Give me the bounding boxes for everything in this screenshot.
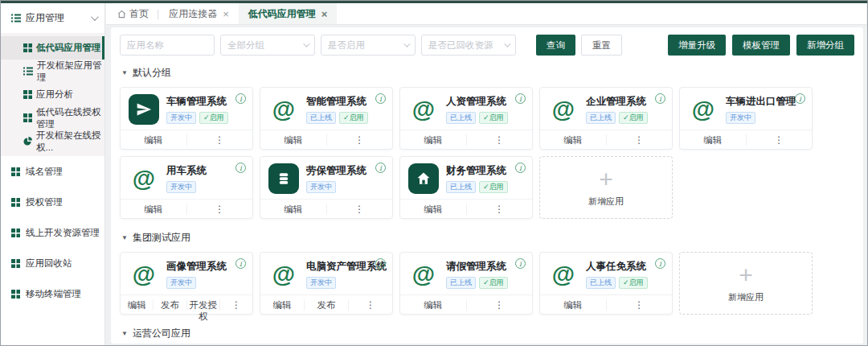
sidebar-item-app-analysis[interactable]: 应用分析 <box>1 83 104 106</box>
app-name: 电脑资产管理系统 <box>306 260 384 274</box>
at-logo-icon: @ <box>129 259 159 290</box>
recycled-select[interactable]: 是否已回收资源 <box>421 35 516 56</box>
dev-authorize-button[interactable]: 开发授权 <box>186 299 219 311</box>
more-actions-button[interactable]: ⋮ <box>746 134 813 146</box>
edit-button[interactable]: 编辑 <box>121 299 153 311</box>
enabled-tag: ✓启用 <box>619 112 648 124</box>
app-name: 劳保管理系统 <box>306 164 366 178</box>
search-button[interactable]: 查询 <box>536 35 575 56</box>
info-icon[interactable]: i <box>515 163 526 173</box>
info-icon[interactable]: i <box>235 93 246 104</box>
info-icon[interactable]: i <box>375 258 386 269</box>
app-card: @ 请假管理系统 已上线✓启用 i 编辑 ⋮ <box>399 252 533 315</box>
info-icon[interactable]: i <box>655 93 665 104</box>
info-icon[interactable]: i <box>375 93 386 104</box>
info-icon[interactable]: i <box>235 258 246 269</box>
filter-bar: 全部分组 是否启用 是否已回收资源 查询 重置 增量升级 模板管理 新增分组 <box>120 35 854 56</box>
edit-button[interactable]: 编辑 <box>260 204 326 215</box>
group-select[interactable]: 全部分组 <box>220 35 315 56</box>
at-logo-icon: @ <box>268 94 299 125</box>
template-management-button[interactable]: 模板管理 <box>732 35 790 56</box>
tab-label: 应用连接器 <box>169 7 217 21</box>
close-icon[interactable]: × <box>321 9 328 19</box>
group-default: ▼ 默认分组 车辆管理系统 开发中✓启用 i 编辑 ⋮ <box>120 66 854 219</box>
add-group-button[interactable]: 新增分组 <box>796 35 854 56</box>
sidebar-item-label: 域名管理 <box>26 166 63 178</box>
app-card: 车辆管理系统 开发中✓启用 i 编辑 ⋮ <box>120 87 253 150</box>
group-header[interactable]: ▼ 集团测试应用 <box>121 231 854 245</box>
grid-icon <box>11 229 20 237</box>
more-actions-button[interactable]: ⋮ <box>466 204 533 215</box>
publish-button[interactable]: 发布 <box>304 299 348 311</box>
tab-home[interactable]: 首页 <box>106 3 157 24</box>
group-header[interactable]: ▼ 运营公司应用 <box>121 327 854 340</box>
app-name: 人资管理系统 <box>446 95 508 109</box>
incremental-upgrade-button[interactable]: 增量升级 <box>668 35 726 56</box>
app-card: @ 画像管理系统 开发中 i 编辑 发布 开发授权 ⋮ <box>120 252 253 315</box>
edit-button[interactable]: 编辑 <box>260 134 326 146</box>
more-actions-button[interactable]: ⋮ <box>186 204 253 215</box>
app-card: @ 人资管理系统 已上线✓启用 i 编辑 ⋮ <box>399 87 533 150</box>
edit-button[interactable]: 编辑 <box>400 204 466 215</box>
tab-app-connector[interactable]: 应用连接器 × <box>159 3 239 24</box>
more-actions-button[interactable]: ⋮ <box>186 134 253 146</box>
sidebar-item-framework-online-license[interactable]: 开发框架在线授权... <box>1 130 104 153</box>
more-actions-button[interactable]: ⋮ <box>326 134 393 146</box>
sidebar-item-app-recycle-bin[interactable]: 应用回收站 <box>1 248 104 278</box>
info-icon[interactable]: i <box>655 258 665 269</box>
sidebar-item-label: 低代码在线授权管理 <box>36 106 104 130</box>
sidebar-item-label: 开发框架应用管理 <box>37 60 104 84</box>
add-app-label: 新增应用 <box>588 196 624 208</box>
sidebar-item-online-dev-resources[interactable]: 线上开发资源管理 <box>1 217 104 248</box>
sidebar-item-license-management[interactable]: 授权管理 <box>1 187 104 217</box>
edit-button[interactable]: 编辑 <box>260 299 304 311</box>
info-icon[interactable]: i <box>235 163 246 173</box>
edit-button[interactable]: 编辑 <box>400 134 466 146</box>
more-actions-button[interactable]: ⋮ <box>466 134 533 146</box>
more-actions-button[interactable]: ⋮ <box>326 204 393 215</box>
app-window: 应用管理 低代码应用管理 开发框架应用管理 应用分析 低代码在线授权管理 <box>0 0 868 346</box>
tab-label: 低代码应用管理 <box>248 7 316 21</box>
sidebar-item-domain-management[interactable]: 域名管理 <box>1 156 104 187</box>
edit-button[interactable]: 编辑 <box>400 299 466 311</box>
sidebar-item-lowcode-online-license[interactable]: 低代码在线授权管理 <box>1 106 104 130</box>
app-name: 财务管理系统 <box>446 164 508 178</box>
grid-icon <box>11 290 20 299</box>
enabled-select[interactable]: 是否启用 <box>321 35 416 56</box>
reset-button[interactable]: 重置 <box>581 35 622 56</box>
info-icon[interactable]: i <box>795 93 805 104</box>
sidebar-item-framework-app-management[interactable]: 开发框架应用管理 <box>1 60 104 83</box>
sidebar-item-lowcode-app-management[interactable]: 低代码应用管理 <box>1 36 104 60</box>
chevron-down-icon <box>303 40 309 47</box>
add-app-card[interactable]: + 新增应用 <box>539 156 673 219</box>
more-actions-button[interactable]: ⋮ <box>606 134 673 146</box>
edit-button[interactable]: 编辑 <box>540 134 606 146</box>
sidebar-item-app-management[interactable]: 应用管理 <box>1 3 104 33</box>
edit-button[interactable]: 编辑 <box>121 134 186 146</box>
sidebar-item-label: 应用分析 <box>36 89 73 101</box>
info-icon[interactable]: i <box>375 163 386 173</box>
enabled-tag: ✓启用 <box>199 112 228 124</box>
sidebar-item-label: 线上开发资源管理 <box>26 227 100 239</box>
sidebar-item-mobile-terminal[interactable]: 移动终端管理 <box>1 278 104 309</box>
group-header[interactable]: ▼ 默认分组 <box>121 66 854 80</box>
add-app-card[interactable]: + 新增应用 <box>679 252 813 315</box>
info-icon[interactable]: i <box>515 93 526 104</box>
publish-button[interactable]: 发布 <box>153 299 186 311</box>
tab-lowcode-app-management[interactable]: 低代码应用管理 × <box>239 3 338 24</box>
app-name: 企业管理系统 <box>586 95 648 109</box>
more-actions-button[interactable]: ⋮ <box>348 299 392 311</box>
close-icon[interactable]: × <box>223 9 229 19</box>
edit-button[interactable]: 编辑 <box>121 204 186 215</box>
app-name-input[interactable] <box>120 35 215 56</box>
more-actions-button[interactable]: ⋮ <box>466 299 533 311</box>
more-actions-button[interactable]: ⋮ <box>219 299 252 311</box>
app-card: @ 人事任免系统 已上线✓启用 i 编辑 ⋮ <box>539 252 673 315</box>
edit-button[interactable]: 编辑 <box>540 299 606 311</box>
sidebar-item-label: 移动终端管理 <box>26 288 81 300</box>
home-icon <box>408 163 439 194</box>
edit-button[interactable]: 编辑 <box>680 134 746 146</box>
info-icon[interactable]: i <box>515 258 526 269</box>
more-actions-button[interactable]: ⋮ <box>606 299 673 311</box>
sidebar-item-label: 授权管理 <box>26 196 63 208</box>
